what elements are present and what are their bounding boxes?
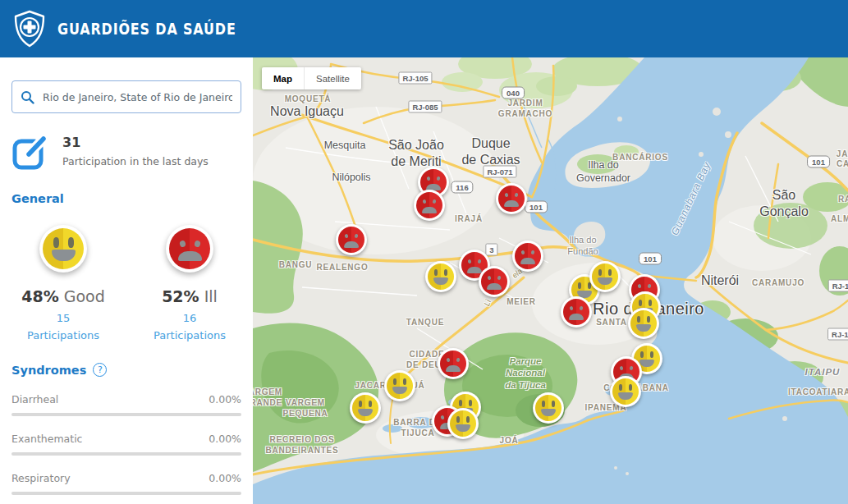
map-label: BANCÁRIOS xyxy=(612,153,668,163)
map-label: VARGEM GRANDE xyxy=(253,387,282,408)
help-icon[interactable]: ? xyxy=(93,363,107,377)
syndrome-list: Diarrheal0.00%Exanthematic0.00%Respirato… xyxy=(0,393,253,495)
map-type-control: Map Satellite xyxy=(262,67,361,89)
participation-count: 31 xyxy=(62,135,209,150)
map-label: JARDIM GRAMACHO xyxy=(498,99,552,119)
ill-count-link[interactable]: 16 xyxy=(183,312,197,324)
map-label: ALM xyxy=(831,214,848,225)
route-badge: 101 xyxy=(525,201,548,213)
syndromes-title-text: Syndromes xyxy=(11,364,86,377)
route-badge: RJ-071 xyxy=(483,166,516,178)
search-icon xyxy=(21,90,34,104)
marker-happy-face[interactable] xyxy=(384,370,415,401)
map-label: Parque Nacional da Tijuca xyxy=(505,355,546,391)
map-label: Nilópolis xyxy=(332,172,370,185)
sad-face-icon xyxy=(166,225,213,273)
syndrome-label: Diarrheal xyxy=(11,393,58,405)
syndrome-row: Respiratory0.00% xyxy=(11,472,241,495)
syndrome-value: 0.00% xyxy=(209,433,241,445)
syndrome-value: 0.00% xyxy=(209,393,241,405)
participation-summary: 31 Participation in the last days xyxy=(11,133,241,171)
ill-stat-column: 52% Ill 16 Participations xyxy=(126,225,253,341)
syndrome-progress-bar xyxy=(11,452,241,456)
good-percent-line: 48% Good xyxy=(21,287,105,305)
marker-sad-face[interactable] xyxy=(512,241,543,272)
map-label: Li xyxy=(482,298,493,307)
marker-happy-face[interactable] xyxy=(589,261,621,292)
map-label: RA xyxy=(838,195,848,205)
marker-sad-face[interactable] xyxy=(414,190,445,221)
marker-sad-face[interactable] xyxy=(336,224,367,255)
marker-sad-face[interactable] xyxy=(496,183,527,214)
map-label: São Gonçalo xyxy=(752,187,816,220)
syndrome-value: 0.00% xyxy=(209,472,241,484)
map-label: São João de Meriti xyxy=(388,137,444,170)
search-input[interactable] xyxy=(43,91,232,103)
map-label: MEIER xyxy=(507,297,536,308)
syndrome-row: Diarrheal0.00% xyxy=(11,393,241,416)
map-label: SANTA xyxy=(596,318,627,328)
route-badge: 101 xyxy=(639,253,662,265)
map-label: Ilha do Fundão xyxy=(567,235,598,258)
map-label: ITACOATIARA xyxy=(788,387,848,398)
marker-sad-face[interactable] xyxy=(479,266,510,297)
route-badge: RJ-10 xyxy=(827,328,848,341)
map-label: Ilha do Governador xyxy=(576,159,630,185)
syndromes-section-title: Syndromes ? xyxy=(11,363,241,377)
marker-sad-face[interactable] xyxy=(438,348,469,379)
syndrome-progress-bar xyxy=(11,413,241,416)
map-label: BANGU xyxy=(279,260,313,271)
syndrome-progress-bar xyxy=(11,492,241,495)
map-canvas[interactable]: MOQUETÁNova IguaçuMesquitaNilópolisSão J… xyxy=(253,57,848,504)
good-count-link[interactable]: 15 xyxy=(57,312,71,324)
map-label: TANQUE xyxy=(406,318,444,328)
syndrome-label: Respiratory xyxy=(11,472,71,484)
route-badge: 040 xyxy=(502,87,525,99)
syndrome-label: Exanthematic xyxy=(11,433,82,445)
map-label: CA xyxy=(837,159,848,170)
good-participations-link[interactable]: Participations xyxy=(27,329,99,341)
marker-happy-face[interactable] xyxy=(350,392,381,424)
map-label: VARGEM PEQUENA xyxy=(282,398,328,419)
map-label: CARAMUJO xyxy=(752,278,804,289)
map-label: Guanabara Bay xyxy=(669,160,714,237)
route-badge: RJ-1 xyxy=(828,280,848,292)
ill-participations-link[interactable]: Participations xyxy=(154,329,226,341)
app-title: GUARDIÕES DA SAÚDE xyxy=(57,20,236,38)
map-label: JA xyxy=(837,149,848,160)
map-label: JOÁ xyxy=(500,436,519,447)
map-label: Mesquita xyxy=(324,140,366,153)
route-badge: 101 xyxy=(807,156,830,168)
map-label: IRAJÁ xyxy=(455,214,483,225)
syndrome-row: Exanthematic0.00% xyxy=(11,433,241,456)
map-overlays: MOQUETÁNova IguaçuMesquitaNilópolisSão J… xyxy=(253,57,848,504)
general-stats: 48% Good 15 Participations 52% Ill 16 Pa… xyxy=(0,225,253,341)
good-stat-column: 48% Good 15 Participations xyxy=(0,225,126,341)
route-badge: 3 xyxy=(485,244,497,256)
edit-icon xyxy=(11,133,49,171)
map-label: Niterói xyxy=(701,273,739,289)
map-label: MOQUETÁ xyxy=(285,94,332,105)
happy-face-icon xyxy=(39,225,87,273)
marker-happy-face[interactable] xyxy=(610,376,641,407)
map-label: REALENGO xyxy=(316,263,368,273)
shield-logo-icon xyxy=(11,10,48,48)
map-label: ITAIPU xyxy=(805,366,841,378)
location-search[interactable] xyxy=(11,80,241,113)
app-header: GUARDIÕES DA SAÚDE xyxy=(0,0,848,57)
map-label: RECREIO DOS BANDEIRANTES xyxy=(265,435,338,456)
general-section-title: General xyxy=(11,192,241,205)
route-badge: 116 xyxy=(451,181,473,194)
map-label: Duque de Caxias xyxy=(461,135,520,168)
marker-sad-face[interactable] xyxy=(561,296,592,328)
marker-happy-face[interactable] xyxy=(628,308,659,339)
satellite-view-button[interactable]: Satellite xyxy=(304,67,361,89)
map-label: Nova Iguaçu xyxy=(270,103,344,120)
ill-percent-line: 52% Ill xyxy=(162,287,218,305)
marker-happy-face[interactable] xyxy=(447,408,479,439)
route-badge: RJ-105 xyxy=(398,72,432,85)
sidebar: 31 Participation in the last days Genera… xyxy=(0,57,253,504)
marker-happy-face[interactable] xyxy=(533,392,564,424)
marker-happy-face[interactable] xyxy=(425,261,456,292)
map-view-button[interactable]: Map xyxy=(262,67,304,89)
